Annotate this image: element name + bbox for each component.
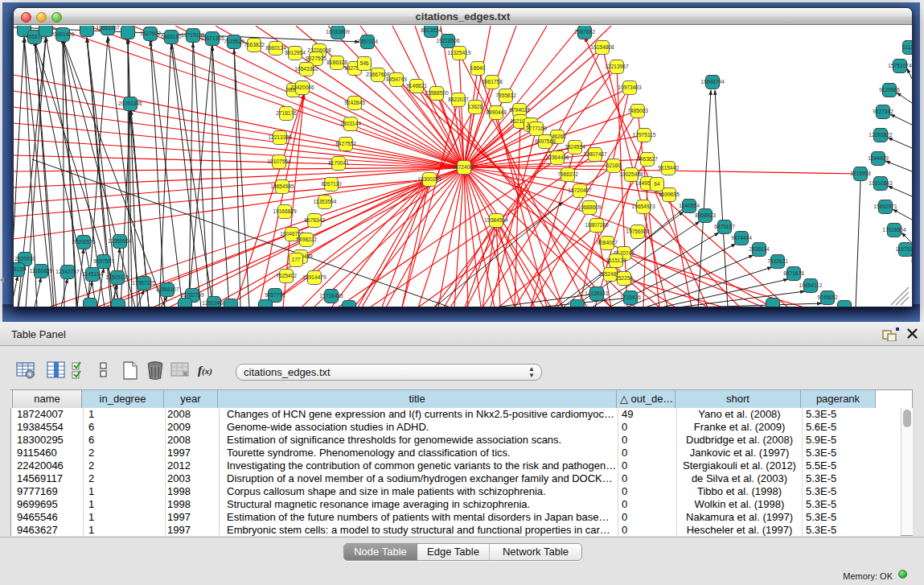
svg-text:9245652: 9245652 [817,295,838,300]
svg-text:20364436: 20364436 [545,154,569,160]
svg-text:1145194: 1145194 [82,271,103,277]
svg-text:8958923: 8958923 [695,212,716,218]
svg-text:10025488: 10025488 [619,171,643,177]
svg-text:6479197: 6479197 [714,224,735,229]
svg-text:10958107: 10958107 [155,286,179,292]
svg-text:16154808: 16154808 [590,44,614,50]
svg-text:12213389: 12213389 [268,134,292,140]
svg-text:6794028: 6794028 [509,107,530,113]
svg-text:3824554: 3824554 [565,144,585,150]
svg-text:10807487: 10807487 [583,151,607,157]
svg-text:15716485: 15716485 [319,293,343,299]
svg-text:12213967: 12213967 [605,64,629,69]
svg-text:9457791: 9457791 [265,292,285,298]
svg-text:18640: 18640 [470,65,486,71]
svg-text:7485063: 7485063 [627,108,648,113]
svg-text:6466160: 6466160 [161,34,182,39]
svg-text:17957225: 17957225 [132,280,156,286]
svg-text:15692971: 15692971 [873,204,897,209]
svg-text:16543362: 16543362 [294,66,318,72]
svg-text:546: 546 [359,60,368,66]
svg-text:8960124: 8960124 [265,45,286,51]
svg-text:9699695: 9699695 [659,192,680,197]
svg-text:8822037: 8822037 [448,97,469,102]
svg-text:17359924: 17359924 [108,238,132,244]
svg-text:10973493: 10973493 [618,84,642,90]
svg-text:10688609: 10688609 [577,204,602,210]
svg-text:18724007: 18724007 [452,164,476,170]
svg-text:10654112: 10654112 [799,282,823,288]
svg-text:9242845: 9242845 [344,100,365,105]
svg-text:9474444: 9474444 [731,235,752,241]
svg-text:7515526: 7515526 [224,39,244,44]
svg-text:2935114: 2935114 [749,246,770,252]
svg-text:10653267: 10653267 [96,26,120,31]
svg-text:19166829: 19166829 [273,208,297,214]
svg-text:8912954: 8912954 [285,50,306,56]
svg-text:7357224: 7357224 [357,39,378,44]
svg-text:12342757: 12342757 [55,269,80,274]
svg-text:177: 177 [291,257,300,262]
svg-text:16782759: 16782759 [180,292,204,298]
svg-text:8427552: 8427552 [335,141,356,146]
svg-text:9327505: 9327505 [306,56,326,61]
svg-text:1244419: 1244419 [868,155,889,161]
svg-text:62160: 62160 [606,163,622,168]
svg-text:2620910: 2620910 [14,256,35,262]
svg-text:12975115: 12975115 [633,132,656,138]
svg-text:11325419: 11325419 [448,50,471,56]
svg-text:8678342: 8678342 [304,217,325,223]
svg-text:11156829: 11156829 [30,268,53,274]
svg-text:5498222: 5498222 [296,237,317,242]
svg-text:19384554: 19384554 [484,217,508,223]
svg-text:8170041: 8170041 [328,160,349,166]
svg-text:8813054: 8813054 [421,27,441,33]
svg-text:252254: 252254 [615,275,633,281]
svg-text:7663822: 7663822 [244,42,265,47]
svg-text:15720407: 15720407 [568,187,592,193]
svg-text:20691406: 20691406 [51,31,75,37]
svg-text:12505135: 12505135 [105,274,129,280]
svg-text:20206576: 20206576 [72,239,96,245]
svg-text:16033809: 16033809 [326,29,350,35]
svg-text:3215958: 3215958 [850,171,871,176]
svg-text:18807249: 18807249 [585,222,609,228]
svg-text:16648794: 16648794 [700,79,725,84]
svg-text:19756928: 19756928 [626,229,650,234]
svg-text:6961758: 6961758 [482,79,503,84]
svg-text:12093822: 12093822 [869,132,893,138]
svg-text:15751074: 15751074 [888,63,912,68]
svg-text:19654923: 19654923 [631,204,655,209]
svg-text:19654985: 19654985 [270,183,294,189]
svg-text:9129966: 9129966 [879,87,900,93]
svg-text:8990448: 8990448 [486,109,507,115]
svg-text:14136141: 14136141 [585,290,609,296]
svg-text:9615440: 9615440 [658,165,679,171]
svg-text:1733426: 1733426 [620,295,641,300]
svg-text:10210643: 10210643 [869,180,893,186]
svg-text:2803144: 2803144 [340,121,361,126]
svg-text:8267110: 8267110 [321,181,342,187]
svg-text:23588520: 23588520 [425,90,449,96]
svg-text:23420046: 23420046 [290,84,314,90]
svg-text:9227342: 9227342 [873,109,893,114]
svg-text:7955812: 7955812 [495,93,516,98]
svg-text:9146821: 9146821 [406,83,427,89]
svg-text:2087682: 2087682 [574,29,595,35]
svg-text:6497568: 6497568 [535,138,556,144]
svg-text:8454749: 8454749 [386,76,407,82]
svg-text:8471676: 8471676 [783,270,804,276]
svg-text:11125: 11125 [902,44,912,50]
svg-text:7625402: 7625402 [276,273,297,278]
svg-text:20053346: 20053346 [118,101,142,106]
svg-text:64: 64 [654,181,660,187]
svg-text:18300295: 18300295 [417,176,441,182]
svg-text:13626: 13626 [468,104,483,109]
svg-text:10107554: 10107554 [267,159,291,164]
svg-text:17016504: 17016504 [882,227,906,233]
svg-text:39139: 39139 [14,266,25,272]
svg-text:7632621: 7632621 [767,258,788,264]
svg-text:9397587: 9397587 [93,258,114,264]
svg-text:1615132: 1615132 [606,257,626,263]
svg-text:16914479: 16914479 [302,274,326,280]
